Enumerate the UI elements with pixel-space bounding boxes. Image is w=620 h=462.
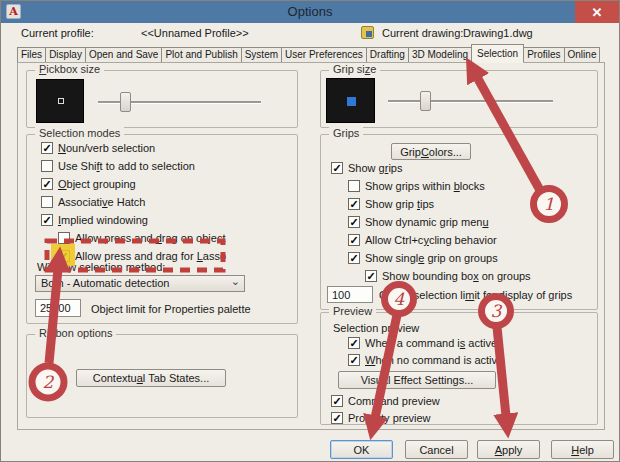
window-title: Options: [1, 1, 619, 23]
preview-group: Preview Selection preview ✓When a comman…: [320, 312, 598, 425]
checkbox-row: Associative Hatch: [41, 195, 145, 209]
current-profile-label: Current profile:: [21, 27, 94, 39]
checkbox[interactable]: ✓: [348, 216, 360, 228]
apply-button[interactable]: Apply: [477, 440, 540, 459]
checkbox[interactable]: ✓: [331, 162, 343, 174]
options-dialog: A Options ✕ Current profile: <<Unnamed P…: [0, 0, 620, 462]
checkbox-label: Noun/verb selection: [58, 142, 155, 154]
checkbox[interactable]: [58, 232, 70, 244]
checkbox-label: Show bounding box on groups: [382, 270, 531, 282]
checkbox-label: Object grouping: [58, 178, 136, 190]
checkbox-row: ✓When a command is active: [348, 336, 497, 350]
checkbox[interactable]: ✓: [348, 337, 360, 349]
selection-modes-group: Selection modes ✓Noun/verb selectionUse …: [26, 134, 298, 324]
tab-system[interactable]: System: [241, 47, 282, 63]
grip-limit-label: Object selection limit for display of gr…: [379, 289, 572, 301]
checkbox[interactable]: ✓: [348, 252, 360, 264]
tab-plot-and-publish[interactable]: Plot and Publish: [161, 47, 241, 63]
cancel-button[interactable]: Cancel: [405, 440, 468, 459]
tab-selection[interactable]: Selection: [471, 44, 524, 63]
pickbox-size-slider-thumb[interactable]: [120, 92, 131, 112]
checkbox-label: Show single grip on groups: [365, 252, 498, 264]
checkbox-row: ✓Show bounding box on groups: [365, 269, 531, 283]
object-limit-input[interactable]: 25000: [35, 299, 81, 317]
checkbox-label: When a command is active: [365, 337, 497, 349]
checkbox-label: Property preview: [348, 412, 431, 424]
selection-tab-panel: Pickbox size Selection modes ✓Noun/verb …: [17, 62, 605, 430]
tab-profiles[interactable]: Profiles: [523, 47, 564, 63]
tab-open-and-save[interactable]: Open and Save: [85, 47, 163, 63]
tab-online[interactable]: Online: [564, 47, 601, 63]
tab-files[interactable]: Files: [17, 47, 46, 63]
tab-drafting[interactable]: Drafting: [366, 47, 409, 63]
checkbox[interactable]: [41, 160, 53, 172]
tab-user-preferences[interactable]: User Preferences: [281, 47, 367, 63]
object-limit-label: Object limit for Properties palette: [91, 303, 251, 315]
checkbox-row: ✓Object grouping: [41, 177, 136, 191]
checkbox-row: Allow press and drag on object: [58, 231, 225, 245]
grip-limit-input[interactable]: 100: [327, 286, 373, 303]
checkbox-row: ✓Show dynamic grip menu: [348, 215, 489, 229]
window-selection-method-value: Both - Automatic detection: [41, 277, 169, 289]
tab-3d-modeling[interactable]: 3D Modeling: [408, 47, 472, 63]
checkbox[interactable]: ✓: [41, 178, 53, 190]
checkbox[interactable]: ✓: [331, 412, 343, 424]
checkbox-row: ✓Allow Ctrl+cycling behavior: [348, 233, 497, 247]
contextual-tab-states-button[interactable]: Contextual Tab States...: [76, 369, 226, 387]
checkbox-row: Use Shift to add to selection: [41, 159, 195, 173]
checkbox-label: Show grips within blocks: [365, 180, 485, 192]
current-profile-value: <<Unnamed Profile>>: [141, 27, 249, 39]
grip-size-group-label: Grip size: [329, 63, 380, 75]
checkbox-row: ✓Noun/verb selection: [41, 141, 155, 155]
checkbox-label: Allow press and drag on object: [75, 232, 225, 244]
checkbox-row: ✓When no command is active: [348, 353, 503, 367]
ok-button[interactable]: OK: [330, 440, 393, 459]
checkbox-label: Implied windowing: [58, 214, 148, 226]
grip-colors-button[interactable]: Grip Colors...: [391, 143, 471, 160]
ribbon-options-group-label: Ribbon options: [35, 327, 116, 339]
checkbox[interactable]: ✓: [331, 395, 343, 407]
checkbox[interactable]: ✓: [348, 354, 360, 366]
checkbox-label: Associative Hatch: [58, 196, 145, 208]
pickbox-preview: [36, 79, 84, 123]
checkbox-label: Command preview: [348, 395, 440, 407]
pickbox-icon: [58, 98, 64, 104]
selection-modes-group-label: Selection modes: [35, 127, 124, 139]
title-bar: A Options ✕: [1, 1, 619, 23]
tab-display[interactable]: Display: [45, 47, 86, 63]
checkbox[interactable]: [348, 180, 360, 192]
checkbox-label: Allow Ctrl+cycling behavior: [365, 234, 497, 246]
checkbox-row: ✓Show grip tips: [348, 197, 434, 211]
checkbox[interactable]: ✓: [41, 142, 53, 154]
checkbox[interactable]: ✓: [41, 214, 53, 226]
grip-size-slider[interactable]: [388, 100, 553, 103]
checkbox-row: ✓Show single grip on groups: [348, 251, 498, 265]
checkbox-row: ✓Show grips: [331, 161, 402, 175]
checkbox-row: ✓Implied windowing: [41, 213, 148, 227]
close-button[interactable]: ✕: [575, 1, 619, 23]
current-drawing-label: Current drawing:: [382, 27, 463, 39]
drawing-file-icon: [361, 26, 374, 39]
preview-group-label: Preview: [329, 305, 376, 317]
tab-strip: FilesDisplayOpen and SavePlot and Publis…: [17, 46, 600, 63]
grip-size-slider-thumb[interactable]: [420, 91, 431, 111]
window-selection-method-label: Window selection method:: [37, 261, 165, 273]
checkbox[interactable]: ✓: [365, 270, 377, 282]
visual-effect-settings-button[interactable]: Visual Effect Settings...: [338, 371, 496, 389]
pickbox-size-group-label: Pickbox size: [35, 63, 104, 75]
checkbox-label: Show grip tips: [365, 198, 434, 210]
window-selection-method-dropdown[interactable]: Both - Automatic detection ⌄: [35, 275, 245, 292]
chevron-down-icon: ⌄: [231, 275, 240, 288]
grip-preview: [326, 78, 375, 123]
checkbox[interactable]: ✓: [348, 234, 360, 246]
checkbox-label: Show grips: [348, 162, 402, 174]
checkbox[interactable]: [41, 196, 53, 208]
selection-preview-label: Selection preview: [333, 322, 419, 334]
checkbox[interactable]: ✓: [348, 198, 360, 210]
grip-size-group: Grip size: [320, 70, 598, 128]
ribbon-options-group: Ribbon options Contextual Tab States...: [26, 334, 298, 418]
checkbox-row: ✓ Command preview: [331, 394, 440, 408]
help-button[interactable]: Help: [551, 440, 614, 459]
grip-icon: [347, 97, 356, 106]
checkbox-label: Show dynamic grip menu: [365, 216, 489, 228]
